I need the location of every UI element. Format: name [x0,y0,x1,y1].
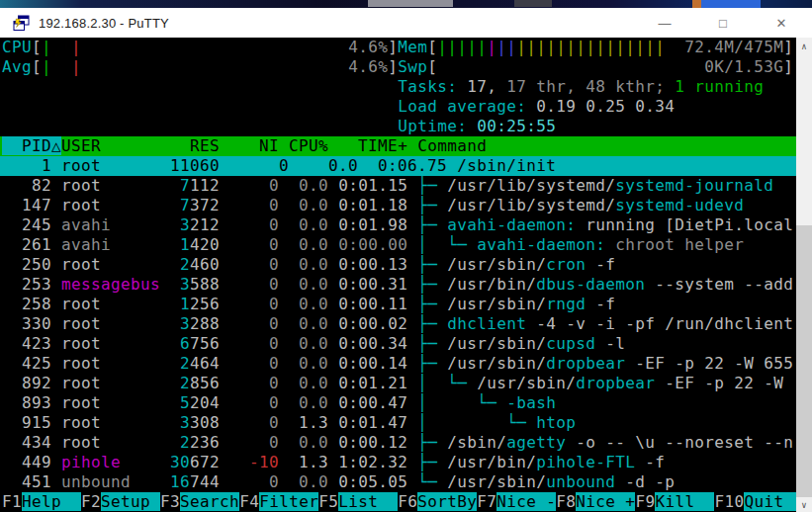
fkey-f3-button[interactable]: F3Search [160,492,239,511]
terminal-text-segment: USER RES NI CPU% TIME+ Command [61,136,796,155]
terminal-text-segment: /usr/sbin/ [447,472,546,491]
scrollbar[interactable]: ∧ ∨ [796,38,812,512]
terminal-text-segment: 460 [190,255,220,274]
terminal-text-segment: root [51,354,160,373]
terminal-text-segment: 0.0 [279,314,328,333]
terminal-text-segment: unbound [546,472,615,491]
terminal-text-segment: root [51,413,160,432]
terminal-text-segment: Search [180,492,239,511]
fkey-f6-button[interactable]: F6SortBy [398,492,477,511]
terminal-text-segment: 82 [2,176,51,195]
fkey-f4-button[interactable]: F4Filter [239,492,318,511]
terminal-text-segment: 3 [160,314,190,333]
terminal-text-segment: -d -p [615,472,675,491]
minimize-button[interactable]: — [640,8,689,38]
process-row-423: 423 root 6756 0 0.0 0:00.34 ├─ /usr/sbin… [0,334,796,354]
terminal-text-segment: 0:01.15 [328,176,407,195]
terminal-text-segment: 308 [190,413,220,432]
fkey-f7-button[interactable]: F7Nice - [477,492,556,511]
terminal-text-segment: 744 [190,472,220,491]
terminal-text-segment: /usr/sbin/ [477,374,576,392]
load-average-row: Load average: 0.19 0.25 0.34 [0,97,796,117]
process-row-245: 245 avahi 3212 0 0.0 0:01.98 ├─ avahi-da… [0,215,796,235]
fkey-f1-button[interactable]: F1Help [2,492,81,511]
terminal-text-segment: 4.6% [348,57,388,76]
strip-segment-dark [514,0,552,7]
terminal-screen[interactable]: CPU[| | 4.6%]Mem[|||||||||||||||||||||||… [0,38,796,512]
terminal-text-segment: Nice + [576,492,635,511]
terminal-text-segment: 0 [220,433,279,452]
terminal-text-segment: running [DietPi.local [576,215,793,234]
titlebar: 192.168.2.30 - PuTTY — □ ✕ [0,8,812,38]
terminal-text-segment: 6 [160,334,190,353]
terminal-text-segment: 0 [220,255,279,274]
terminal-text-segment: /usr/sbin/ [447,334,546,353]
terminal-text-segment: -f [586,295,615,313]
scrollbar-down-button[interactable]: ∨ [796,497,812,512]
terminal-text-segment: | [42,38,51,56]
terminal-text-segment: 425 [2,354,51,373]
fkey-f8-button[interactable]: F8Nice + [556,492,635,511]
process-row-258: 258 root 1256 0 0.0 0:00.11 ├─ /usr/sbin… [0,295,796,314]
terminal-text-segment: 0 [220,176,279,195]
terminal-text-segment: 672 [190,453,220,471]
terminal-text-segment: 261 [2,235,51,254]
fkey-f10-button[interactable]: F10Quit [714,492,796,511]
terminal-text-segment: 0:00.02 [328,314,407,333]
terminal-text-segment: /usr/lib/systemd/ [447,196,615,214]
terminal-text-segment: 2 [160,433,190,452]
putty-window: { "window": { "title": "192.168.2.30 - P… [0,0,812,512]
process-row-434: 434 root 2236 0 0.0 0:00.12 ├─ /sbin/age… [0,433,796,453]
process-row-915: 915 root 3308 0 1.3 0:01.47 │ └─ htop [0,413,796,433]
putty-icon [13,15,30,32]
terminal-text-segment: 0 [220,295,279,313]
maximize-button[interactable]: □ [698,8,748,38]
close-button[interactable]: ✕ [757,8,806,38]
fkey-f2-button[interactable]: F2Setup [81,492,160,511]
terminal-text-segment: 1:02.32 [328,453,407,471]
terminal-text-segment: pihole-FTL [536,453,635,471]
strip-segment-orange [692,0,701,8]
fkey-f5-button[interactable]: F5List [318,492,398,511]
fkey-f9-button[interactable]: F9Kill [635,492,714,511]
scrollbar-up-button[interactable]: ∧ [796,38,812,54]
terminal-text-segment: 258 [2,295,51,313]
terminal-text-segment: 0 [220,196,279,214]
terminal-text-segment: 0.0 [279,295,328,313]
terminal-text-segment: 756 [190,334,220,353]
terminal-text-segment: | [71,38,81,56]
terminal-text-segment: root [51,255,160,274]
terminal-text-segment: root [51,374,160,392]
terminal-text-segment: Load average: [398,97,536,116]
terminal-text-segment: /sbin/ [447,433,506,452]
terminal-text-segment: 0:00.14 [328,354,407,373]
terminal-text-segment: F4 [239,492,259,511]
terminal-text-segment: chroot helper [605,235,744,254]
terminal-text-segment: 288 [190,314,220,333]
terminal-text-segment: 3 [160,413,190,432]
background-window-strip [0,0,812,8]
terminal-text-segment: dhclient [447,314,526,333]
terminal-text-segment: 0:05.05 [328,472,407,491]
terminal-text-segment: 0 [220,314,279,333]
terminal-text-segment [2,97,398,116]
terminal-text-segment: ├─ [407,215,447,234]
terminal-text-segment: [ [427,57,437,76]
terminal-text-segment: Mem [398,38,427,56]
terminal-text-segment: 0 [220,334,279,353]
terminal-text-segment: 00:25:55 [477,117,556,135]
terminal-text-segment: rngd [546,295,586,313]
terminal-text-segment: 250 [2,255,51,274]
terminal-text-segment: pihole [51,453,160,471]
terminal-text-segment: 0:00.00 [328,235,407,254]
terminal-text-segment: F3 [160,492,180,511]
terminal-text-segment: 915 [2,413,51,432]
function-key-bar: F1Help F2Setup F3SearchF4FilterF5List F6… [0,492,796,512]
terminal-text-segment: 451 [2,472,51,491]
terminal-text-segment: 0 [220,374,279,392]
process-row-147: 147 root 7372 0 0.0 0:01.18 ├─ /usr/lib/… [0,196,796,215]
terminal-text-segment [437,57,704,76]
scrollbar-thumb[interactable] [796,225,812,497]
terminal-text-segment: root [51,295,160,313]
process-row-449: 449 pihole 30672 -10 1.3 1:02.32 ├─ /usr… [0,453,796,472]
